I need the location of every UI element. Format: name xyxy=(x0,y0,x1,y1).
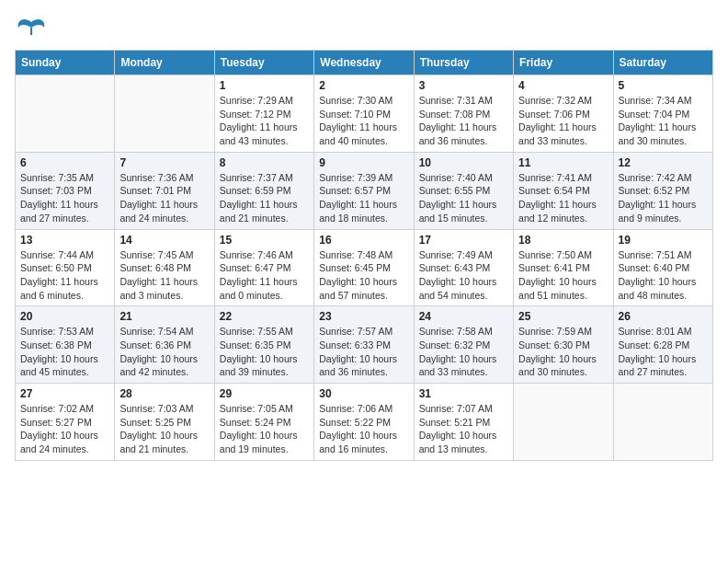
weekday-header: Sunday xyxy=(16,51,115,75)
calendar-cell xyxy=(514,384,613,461)
day-detail: Sunrise: 7:48 AMSunset: 6:45 PMDaylight:… xyxy=(319,248,408,303)
calendar-cell: 15Sunrise: 7:46 AMSunset: 6:47 PMDayligh… xyxy=(214,229,313,306)
calendar-cell: 26Sunrise: 8:01 AMSunset: 6:28 PMDayligh… xyxy=(613,306,712,384)
day-detail: Sunrise: 7:36 AMSunset: 7:01 PMDaylight:… xyxy=(119,171,209,225)
calendar-cell: 24Sunrise: 7:58 AMSunset: 6:32 PMDayligh… xyxy=(414,306,513,384)
calendar-cell xyxy=(115,75,214,153)
day-number: 27 xyxy=(20,387,109,400)
calendar-cell: 9Sunrise: 7:39 AMSunset: 6:57 PMDaylight… xyxy=(314,152,414,229)
calendar-week-row: 13Sunrise: 7:44 AMSunset: 6:50 PMDayligh… xyxy=(16,229,713,306)
calendar-week-row: 27Sunrise: 7:02 AMSunset: 5:27 PMDayligh… xyxy=(16,384,713,461)
day-detail: Sunrise: 7:57 AMSunset: 6:33 PMDaylight:… xyxy=(319,325,408,379)
calendar-cell xyxy=(613,384,712,461)
day-number: 3 xyxy=(419,79,508,92)
page-header xyxy=(15,15,713,40)
day-detail: Sunrise: 7:40 AMSunset: 6:55 PMDaylight:… xyxy=(419,171,508,225)
calendar-cell: 5Sunrise: 7:34 AMSunset: 7:04 PMDaylight… xyxy=(613,75,712,153)
calendar-cell: 30Sunrise: 7:06 AMSunset: 5:22 PMDayligh… xyxy=(314,384,414,461)
calendar-cell: 4Sunrise: 7:32 AMSunset: 7:06 PMDaylight… xyxy=(514,75,613,153)
calendar-cell: 20Sunrise: 7:53 AMSunset: 6:38 PMDayligh… xyxy=(16,306,115,384)
calendar-cell: 19Sunrise: 7:51 AMSunset: 6:40 PMDayligh… xyxy=(613,229,712,306)
day-detail: Sunrise: 7:39 AMSunset: 6:57 PMDaylight:… xyxy=(319,171,408,225)
day-number: 30 xyxy=(319,387,408,400)
day-detail: Sunrise: 7:07 AMSunset: 5:21 PMDaylight:… xyxy=(419,402,508,456)
calendar-week-row: 20Sunrise: 7:53 AMSunset: 6:38 PMDayligh… xyxy=(16,306,713,384)
day-number: 29 xyxy=(220,387,309,400)
day-number: 11 xyxy=(518,156,608,169)
calendar-week-row: 6Sunrise: 7:35 AMSunset: 7:03 PMDaylight… xyxy=(16,152,713,229)
day-number: 28 xyxy=(119,387,209,400)
day-detail: Sunrise: 7:42 AMSunset: 6:52 PMDaylight:… xyxy=(619,171,708,225)
calendar-cell: 31Sunrise: 7:07 AMSunset: 5:21 PMDayligh… xyxy=(414,384,513,461)
day-number: 4 xyxy=(518,79,608,92)
day-detail: Sunrise: 7:55 AMSunset: 6:35 PMDaylight:… xyxy=(220,325,309,379)
day-number: 15 xyxy=(220,234,309,247)
day-detail: Sunrise: 7:06 AMSunset: 5:22 PMDaylight:… xyxy=(319,402,408,456)
calendar-cell: 7Sunrise: 7:36 AMSunset: 7:01 PMDaylight… xyxy=(115,152,214,229)
day-number: 18 xyxy=(518,234,608,247)
calendar-cell: 27Sunrise: 7:02 AMSunset: 5:27 PMDayligh… xyxy=(16,384,115,461)
day-number: 21 xyxy=(119,310,209,323)
weekday-header: Monday xyxy=(115,51,214,75)
calendar-cell: 8Sunrise: 7:37 AMSunset: 6:59 PMDaylight… xyxy=(214,152,313,229)
day-detail: Sunrise: 7:51 AMSunset: 6:40 PMDaylight:… xyxy=(619,248,708,303)
day-number: 7 xyxy=(119,156,209,169)
day-detail: Sunrise: 7:05 AMSunset: 5:24 PMDaylight:… xyxy=(220,402,309,456)
day-detail: Sunrise: 7:59 AMSunset: 6:30 PMDaylight:… xyxy=(518,325,608,379)
day-number: 17 xyxy=(419,234,508,247)
calendar-cell: 23Sunrise: 7:57 AMSunset: 6:33 PMDayligh… xyxy=(314,306,414,384)
weekday-header: Tuesday xyxy=(214,51,313,75)
calendar-cell: 22Sunrise: 7:55 AMSunset: 6:35 PMDayligh… xyxy=(214,306,313,384)
day-detail: Sunrise: 7:50 AMSunset: 6:41 PMDaylight:… xyxy=(518,248,608,303)
day-detail: Sunrise: 8:01 AMSunset: 6:28 PMDaylight:… xyxy=(619,325,708,379)
day-detail: Sunrise: 7:35 AMSunset: 7:03 PMDaylight:… xyxy=(20,171,109,225)
day-number: 9 xyxy=(319,156,408,169)
day-number: 2 xyxy=(319,79,408,92)
calendar-cell: 17Sunrise: 7:49 AMSunset: 6:43 PMDayligh… xyxy=(414,229,513,306)
day-detail: Sunrise: 7:29 AMSunset: 7:12 PMDaylight:… xyxy=(220,94,309,148)
calendar-cell: 16Sunrise: 7:48 AMSunset: 6:45 PMDayligh… xyxy=(314,229,414,306)
calendar-cell: 6Sunrise: 7:35 AMSunset: 7:03 PMDaylight… xyxy=(16,152,115,229)
calendar-cell: 11Sunrise: 7:41 AMSunset: 6:54 PMDayligh… xyxy=(514,152,613,229)
day-detail: Sunrise: 7:31 AMSunset: 7:08 PMDaylight:… xyxy=(419,94,508,148)
calendar-cell: 12Sunrise: 7:42 AMSunset: 6:52 PMDayligh… xyxy=(613,152,712,229)
day-detail: Sunrise: 7:49 AMSunset: 6:43 PMDaylight:… xyxy=(419,248,508,303)
weekday-header: Wednesday xyxy=(314,51,414,75)
day-number: 26 xyxy=(619,310,708,323)
day-number: 23 xyxy=(319,310,408,323)
calendar-cell xyxy=(16,75,115,153)
day-number: 6 xyxy=(20,156,109,169)
logo-icon xyxy=(15,15,48,40)
calendar-cell: 2Sunrise: 7:30 AMSunset: 7:10 PMDaylight… xyxy=(314,75,414,153)
day-number: 19 xyxy=(619,234,708,247)
day-number: 12 xyxy=(619,156,708,169)
calendar-week-row: 1Sunrise: 7:29 AMSunset: 7:12 PMDaylight… xyxy=(16,75,713,153)
calendar-header-row: SundayMondayTuesdayWednesdayThursdayFrid… xyxy=(16,51,713,75)
calendar-cell: 1Sunrise: 7:29 AMSunset: 7:12 PMDaylight… xyxy=(214,75,313,153)
day-number: 24 xyxy=(419,310,508,323)
day-number: 14 xyxy=(119,234,209,247)
day-detail: Sunrise: 7:34 AMSunset: 7:04 PMDaylight:… xyxy=(619,94,708,148)
day-number: 20 xyxy=(20,310,109,323)
day-number: 31 xyxy=(419,387,508,400)
calendar-cell: 28Sunrise: 7:03 AMSunset: 5:25 PMDayligh… xyxy=(115,384,214,461)
day-detail: Sunrise: 7:44 AMSunset: 6:50 PMDaylight:… xyxy=(20,248,109,303)
calendar-cell: 14Sunrise: 7:45 AMSunset: 6:48 PMDayligh… xyxy=(115,229,214,306)
calendar-cell: 3Sunrise: 7:31 AMSunset: 7:08 PMDaylight… xyxy=(414,75,513,153)
day-detail: Sunrise: 7:32 AMSunset: 7:06 PMDaylight:… xyxy=(518,94,608,148)
day-detail: Sunrise: 7:37 AMSunset: 6:59 PMDaylight:… xyxy=(220,171,309,225)
day-detail: Sunrise: 7:58 AMSunset: 6:32 PMDaylight:… xyxy=(419,325,508,379)
day-detail: Sunrise: 7:03 AMSunset: 5:25 PMDaylight:… xyxy=(119,402,209,456)
calendar-cell: 21Sunrise: 7:54 AMSunset: 6:36 PMDayligh… xyxy=(115,306,214,384)
calendar-cell: 10Sunrise: 7:40 AMSunset: 6:55 PMDayligh… xyxy=(414,152,513,229)
day-number: 10 xyxy=(419,156,508,169)
day-detail: Sunrise: 7:02 AMSunset: 5:27 PMDaylight:… xyxy=(20,402,109,456)
day-number: 1 xyxy=(220,79,309,92)
calendar-cell: 25Sunrise: 7:59 AMSunset: 6:30 PMDayligh… xyxy=(514,306,613,384)
weekday-header: Thursday xyxy=(414,51,513,75)
day-number: 13 xyxy=(20,234,109,247)
weekday-header: Friday xyxy=(514,51,613,75)
day-detail: Sunrise: 7:54 AMSunset: 6:36 PMDaylight:… xyxy=(119,325,209,379)
day-number: 8 xyxy=(220,156,309,169)
calendar-cell: 13Sunrise: 7:44 AMSunset: 6:50 PMDayligh… xyxy=(16,229,115,306)
